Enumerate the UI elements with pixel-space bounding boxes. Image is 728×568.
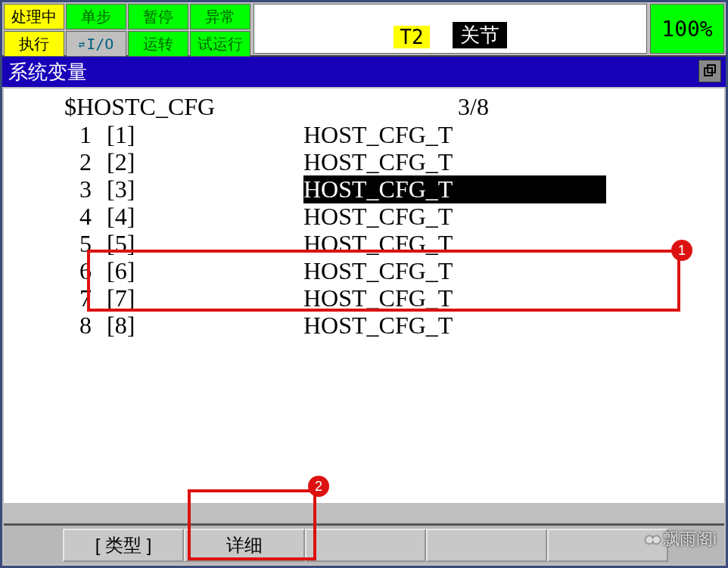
row-index: 3 <box>64 175 107 203</box>
run-button[interactable]: 运转 <box>128 31 188 57</box>
row-index: 7 <box>64 284 107 312</box>
row-bracket: [8] <box>107 312 303 340</box>
coord-badge: 关节 <box>453 22 507 48</box>
row-value: HOST_CFG_T <box>303 284 606 312</box>
row-index: 2 <box>64 148 107 176</box>
row-bracket: [3] <box>107 175 303 203</box>
row-bracket: [5] <box>107 230 303 258</box>
row-index: 8 <box>64 312 107 340</box>
watermark-text: 飘雨阁i <box>663 528 717 551</box>
row-value: HOST_CFG_T <box>303 257 606 285</box>
f4-button[interactable] <box>426 529 547 562</box>
window-title: 系统变量 <box>8 59 87 85</box>
list-item[interactable]: 2[2]HOST_CFG_T <box>64 148 724 175</box>
variable-rows: 1[1]HOST_CFG_T2[2]HOST_CFG_T3[3]HOST_CFG… <box>4 121 724 339</box>
detail-button[interactable]: 详细 <box>184 529 305 562</box>
mode-button-grid: 处理中 单步 暂停 异常 执行 ⇄ I/O 运转 试运行 <box>2 2 252 55</box>
list-item[interactable]: 1[1]HOST_CFG_T <box>64 121 724 148</box>
pause-button[interactable]: 暂停 <box>128 4 188 29</box>
row-value: HOST_CFG_T <box>303 312 606 340</box>
execute-button[interactable]: 执行 <box>4 31 64 57</box>
processing-button[interactable]: 处理中 <box>4 4 64 29</box>
row-index: 1 <box>64 121 107 149</box>
row-index: 6 <box>64 257 107 285</box>
list-item[interactable]: 7[7]HOST_CFG_T <box>64 284 724 312</box>
cursor-position: 3/8 <box>458 93 489 121</box>
status-display: T2 关节 <box>254 4 647 54</box>
watermark: ●● 飘雨阁i <box>645 528 717 551</box>
variable-header: $HOSTC_CFG 3/8 <box>4 93 724 121</box>
swap-icon: ⇄ <box>79 38 85 50</box>
row-value: HOST_CFG_T <box>303 148 606 176</box>
row-value: HOST_CFG_T <box>303 175 606 203</box>
io-button[interactable]: ⇄ I/O <box>66 31 126 57</box>
type-button[interactable]: [ 类型 ] <box>63 529 184 562</box>
abnormal-button[interactable]: 异常 <box>190 4 250 29</box>
window-title-bar: 系统变量 <box>2 57 726 87</box>
list-item[interactable]: 6[6]HOST_CFG_T <box>64 257 724 284</box>
main-content: $HOSTC_CFG 3/8 1[1]HOST_CFG_T2[2]HOST_CF… <box>4 88 724 503</box>
row-bracket: [2] <box>107 148 303 176</box>
row-bracket: [7] <box>107 284 303 312</box>
list-item[interactable]: 3[3]HOST_CFG_T <box>64 175 724 203</box>
f3-button[interactable] <box>305 529 426 562</box>
list-item[interactable]: 8[8]HOST_CFG_T <box>64 312 724 339</box>
mode-badge: T2 <box>394 26 429 48</box>
top-status-bar: 处理中 单步 暂停 异常 执行 ⇄ I/O 运转 试运行 T2 关节 100% <box>2 2 726 57</box>
trial-run-button[interactable]: 试运行 <box>190 31 250 57</box>
list-item[interactable]: 4[4]HOST_CFG_T <box>64 203 724 230</box>
row-bracket: [1] <box>107 121 303 149</box>
function-key-bar: [ 类型 ] 详细 <box>4 523 724 564</box>
row-bracket: [6] <box>107 257 303 285</box>
row-value: HOST_CFG_T <box>303 230 606 258</box>
step-button[interactable]: 单步 <box>66 4 126 29</box>
row-value: HOST_CFG_T <box>303 203 606 231</box>
row-bracket: [4] <box>107 203 303 231</box>
variable-name: $HOSTC_CFG <box>64 93 458 121</box>
window-restore-icon[interactable] <box>698 60 721 82</box>
row-value: HOST_CFG_T <box>303 121 606 149</box>
io-label: I/O <box>86 35 114 53</box>
override-percent[interactable]: 100% <box>650 4 724 54</box>
wechat-icon: ●● <box>645 529 659 549</box>
row-index: 4 <box>64 203 107 231</box>
row-index: 5 <box>64 230 107 258</box>
list-item[interactable]: 5[5]HOST_CFG_T <box>64 230 724 257</box>
